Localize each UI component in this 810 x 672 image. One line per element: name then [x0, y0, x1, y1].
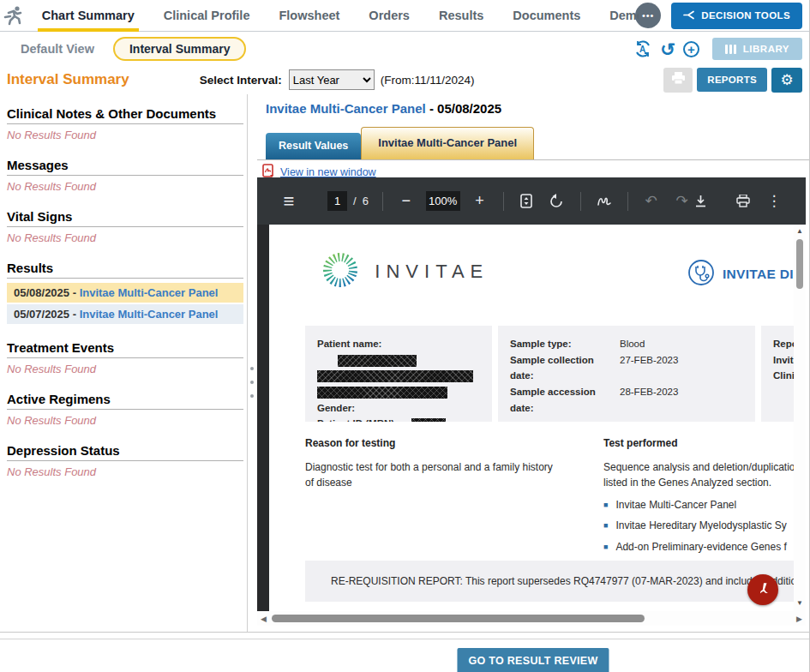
- interval-summary-sidebar: Clinical Notes & Other Documents No Resu…: [0, 94, 247, 632]
- fit-page-icon[interactable]: [517, 194, 536, 208]
- pdf-page-total: 6: [363, 195, 369, 207]
- library-icon: [725, 45, 736, 54]
- tab-flowsheet[interactable]: Flowsheet: [264, 0, 354, 32]
- section-treatment-events: Treatment Events No Results Found: [7, 340, 243, 375]
- pdf-document-area: INVITAE INVITAE DIAGNOST Patient name:: [257, 225, 806, 611]
- pdf-horizontal-scrollbar[interactable]: ◀ ▶: [257, 611, 806, 626]
- pdf-more-icon[interactable]: ⋮: [765, 192, 783, 210]
- pdf-vertical-scrollbar[interactable]: ▲ ▼: [794, 225, 806, 611]
- interval-select[interactable]: Last Year: [289, 69, 375, 90]
- section-title: Active Regimens: [7, 392, 243, 410]
- redacted-mrn: [411, 418, 446, 422]
- section-clinical-notes: Clinical Notes & Other Documents No Resu…: [7, 106, 243, 141]
- result-link[interactable]: Invitae Multi-Cancer Panel: [80, 286, 219, 299]
- horizontal-scroll-thumb[interactable]: [272, 615, 645, 622]
- library-button[interactable]: LIBRARY: [712, 38, 802, 60]
- tab-clinical-profile[interactable]: Clinical Profile: [149, 0, 265, 32]
- auto-refresh-icon[interactable]: A: [633, 39, 652, 58]
- zoom-out-icon[interactable]: −: [397, 192, 416, 210]
- annotate-icon[interactable]: [595, 195, 614, 207]
- runner-icon: [0, 5, 27, 26]
- bullet-icon: ■: [603, 519, 608, 532]
- rerequisition-note: RE-REQUISITION REPORT: This report super…: [305, 561, 794, 602]
- redacted-line: [317, 370, 473, 382]
- bullet-icon: ■: [603, 499, 608, 512]
- result-link[interactable]: Invitae Multi-Cancer Panel: [80, 308, 219, 321]
- section-results: Results 05/08/2025 - Invitae Multi-Cance…: [7, 261, 243, 324]
- no-results-text: No Results Found: [7, 231, 243, 244]
- ellipsis-icon: •••: [642, 10, 655, 21]
- redacted-patient-name: [338, 355, 417, 367]
- report-meta-box: Report Invitae Clinical: [761, 326, 794, 422]
- svg-text:A: A: [639, 45, 645, 54]
- result-row-selected[interactable]: 05/08/2025 - Invitae Multi-Cancer Panel: [7, 283, 243, 303]
- scroll-right-icon[interactable]: ▶: [793, 615, 806, 623]
- vertical-scroll-thumb[interactable]: [796, 239, 803, 289]
- add-icon[interactable]: +: [683, 41, 699, 57]
- tab-result-values[interactable]: Result Values: [266, 133, 361, 159]
- print-summary-button[interactable]: [663, 68, 693, 93]
- adobe-acrobat-badge[interactable]: [747, 574, 778, 605]
- patient-info-box: Patient name: Gender: Patient ID (MRN):: [305, 326, 492, 422]
- section-title: Results: [7, 261, 243, 279]
- tab-documents[interactable]: Documents: [498, 0, 595, 32]
- refresh-icon[interactable]: ↺: [660, 40, 675, 58]
- tab-chart-summary[interactable]: Chart Summary: [27, 0, 149, 32]
- result-row[interactable]: 05/07/2025 - Invitae Multi-Cancer Panel: [7, 304, 243, 324]
- pane-splitter[interactable]: [247, 94, 257, 632]
- go-to-result-review-button[interactable]: GO TO RESULT REVIEW: [457, 648, 609, 672]
- result-tabs: Result Values Invitae Multi-Cancer Panel: [257, 128, 809, 160]
- stethoscope-icon: [687, 259, 715, 289]
- undo-icon[interactable]: ↶: [642, 192, 661, 210]
- download-icon[interactable]: [692, 195, 711, 208]
- test-performed: Test performed Sequence analysis and del…: [603, 437, 794, 573]
- no-results-text: No Results Found: [7, 129, 243, 141]
- reason-for-testing: Reason for testing Diagnostic test for b…: [305, 437, 554, 573]
- pdf-page: INVITAE INVITAE DIAGNOST Patient name:: [269, 225, 794, 611]
- pdf-zoom-level[interactable]: 100%: [426, 191, 460, 211]
- tab-orders[interactable]: Orders: [354, 0, 424, 32]
- result-detail-panel: Invitae Multi-Cancer Panel - 05/08/2025 …: [257, 94, 809, 632]
- scroll-left-icon[interactable]: ◀: [257, 615, 270, 623]
- section-title: Treatment Events: [7, 340, 243, 358]
- scroll-up-icon[interactable]: ▲: [796, 225, 803, 237]
- more-tabs-button[interactable]: •••: [635, 3, 661, 28]
- printer-icon: [671, 72, 686, 87]
- view-bar: Default View Interval Summary A ↺ + LIBR…: [0, 33, 809, 65]
- interval-from-text: (From:11/11/2024): [381, 74, 475, 87]
- section-title: Clinical Notes & Other Documents: [7, 106, 243, 124]
- reports-button[interactable]: REPORTS: [697, 68, 767, 92]
- default-view-link[interactable]: Default View: [21, 42, 94, 56]
- splitter-handle-icon: [250, 367, 254, 398]
- bullet-icon: ■: [603, 541, 608, 554]
- tab-results[interactable]: Results: [424, 0, 498, 32]
- content-area: Clinical Notes & Other Documents No Resu…: [0, 94, 809, 632]
- pdf-print-icon[interactable]: [734, 195, 753, 207]
- application-window: Chart Summary Clinical Profile Flowsheet…: [0, 0, 810, 672]
- pdf-page-input[interactable]: 1: [327, 191, 347, 211]
- pdf-viewer: ≡ 1 / 6 − 100% + ↶ ↷: [257, 177, 806, 626]
- zoom-in-icon[interactable]: +: [471, 192, 489, 210]
- scroll-down-icon[interactable]: ▼: [796, 597, 803, 609]
- tab-invitae-panel[interactable]: Invitae Multi-Cancer Panel: [361, 127, 534, 159]
- top-navigation: Chart Summary Clinical Profile Flowsheet…: [0, 0, 809, 32]
- invitae-wordmark: INVITAE: [375, 261, 489, 283]
- no-results-text: No Results Found: [7, 363, 243, 375]
- page-title: Interval Summary: [7, 71, 129, 88]
- section-depression-status: Depression Status No Results Found: [7, 443, 243, 478]
- section-title: Messages: [7, 158, 243, 176]
- rotate-icon[interactable]: [548, 194, 567, 208]
- report-header: INVITAE INVITAE DIAGNOST: [321, 250, 794, 298]
- summary-toolbar: Interval Summary Select Interval: Last Y…: [0, 65, 809, 94]
- section-messages: Messages No Results Found: [7, 158, 243, 193]
- interval-summary-pill[interactable]: Interval Summary: [113, 37, 247, 61]
- tab-demographics[interactable]: Demog: [595, 0, 639, 32]
- pdf-menu-icon[interactable]: ≡: [279, 190, 298, 213]
- no-results-text: No Results Found: [7, 180, 243, 193]
- sample-info-box: Sample type:Blood Sample collection date…: [498, 326, 755, 422]
- redo-icon[interactable]: ↷: [673, 192, 692, 210]
- settings-button[interactable]: ⚙: [771, 68, 802, 93]
- decision-branch-icon: [683, 9, 695, 22]
- section-title: Depression Status: [7, 443, 243, 461]
- decision-tools-button[interactable]: DECISION TOOLS: [671, 3, 802, 29]
